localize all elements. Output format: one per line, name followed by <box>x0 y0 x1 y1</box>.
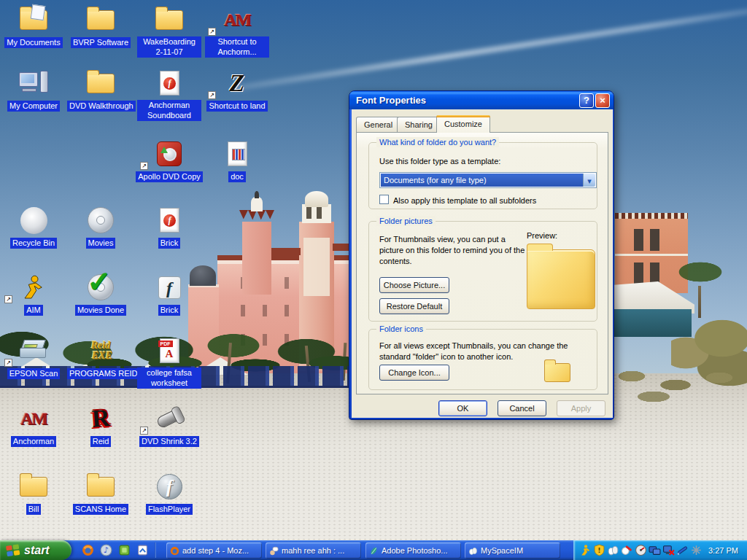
desktop-icon-shortcut-to-land[interactable]: Shortcut to land <box>204 68 271 112</box>
desktop: My Documents BVRP Software WakeBoarding … <box>0 0 747 560</box>
chevron-down-icon[interactable] <box>583 174 595 187</box>
change-icon-button[interactable]: Change Icon... <box>379 365 449 381</box>
desktop-icon-recycle-bin[interactable]: Recycle Bin <box>0 205 67 249</box>
icon-label: Anchorman <box>11 436 56 447</box>
icon-label: Shortcut to Anchorm... <box>205 36 269 58</box>
folder-icon <box>87 74 115 93</box>
desktop-icon-my-computer[interactable]: My Computer <box>0 68 67 112</box>
desktop-icon-movies-done[interactable]: Movies Done <box>67 272 134 316</box>
icon-label: My Documents <box>4 37 62 48</box>
desktop-icon-aim[interactable]: AIM <box>0 272 67 316</box>
help-button[interactable] <box>579 93 594 108</box>
groupbox-caption: Folder icons <box>376 324 426 334</box>
asterisk-icon[interactable] <box>690 544 703 556</box>
taskbar: start ♪ add step 4 - Moz... mahh ree ahh… <box>0 540 747 560</box>
desktop-icon-epson-scan[interactable]: EPSON Scan <box>0 335 67 379</box>
taskbar-task-myspaceim[interactable]: MySpaceIM <box>465 542 560 559</box>
taskbar-task-photoshop[interactable]: Adobe Photosho... <box>365 542 461 559</box>
folder-preview-icon <box>527 249 595 309</box>
groupbox-caption: Folder pictures <box>376 216 436 226</box>
desktop-icon-dvd-walkthrough[interactable]: DVD Walkthrough <box>67 68 134 112</box>
shortcut-arrow-icon <box>4 359 12 367</box>
folder-template-combobox[interactable]: Documents (for any file type) <box>379 172 597 188</box>
desktop-icon-doc[interactable]: doc <box>204 139 271 182</box>
firefox-icon[interactable] <box>82 544 94 556</box>
icon-label: EPSON Scan <box>7 368 61 379</box>
desktop-icon-scans-home[interactable]: SCANS Home <box>67 471 134 515</box>
apply-to-subfolders-checkbox[interactable] <box>379 195 389 204</box>
cancel-button[interactable]: Cancel <box>498 400 546 416</box>
network-computers-icon[interactable] <box>649 544 661 556</box>
desktop-icon-anchorman[interactable]: Anchorman <box>0 403 67 447</box>
flash-document-icon <box>160 71 179 96</box>
preview-label: Preview: <box>527 230 557 241</box>
desktop-icon-college-fafsa[interactable]: college fafsa worksheet <box>136 335 203 389</box>
desktop-icon-brick-doc[interactable]: Brick <box>136 205 203 249</box>
pdf-document-icon <box>160 338 179 363</box>
grunge-r-icon <box>90 404 110 433</box>
outlook-express-icon[interactable] <box>136 544 149 556</box>
icon-label: doc <box>228 171 246 182</box>
dvd-copy-icon <box>157 141 182 166</box>
am-logo-icon <box>20 409 47 429</box>
limewire-icon[interactable] <box>118 544 131 556</box>
icon-label: Anchorman Soundboard <box>137 100 201 121</box>
template-groupbox: What kind of folder do you want? Use thi… <box>368 142 597 209</box>
shortcut-arrow-icon <box>208 28 216 36</box>
icon-label: AIM <box>24 305 43 316</box>
tab-customize[interactable]: Customize <box>436 115 490 133</box>
network-disconnected-icon[interactable] <box>662 544 675 556</box>
tab-sharing[interactable]: Sharing <box>397 117 441 132</box>
dialog-titlebar[interactable]: Font Properties <box>349 91 614 109</box>
taskbar-task-firefox[interactable]: add step 4 - Moz... <box>166 542 262 559</box>
folder-pictures-groupbox: Folder pictures For Thumbnails view, you… <box>368 221 597 322</box>
myspace-hands-icon[interactable] <box>607 544 619 556</box>
desktop-icon-bill[interactable]: Bill <box>0 471 67 515</box>
desktop-icon-apollo-dvd-copy[interactable]: Apollo DVD Copy <box>136 139 203 182</box>
desktop-icon-reid[interactable]: Reid <box>67 403 134 447</box>
shortcut-arrow-icon <box>208 91 216 99</box>
my-computer-icon <box>19 71 48 96</box>
palm-canopy <box>660 252 740 295</box>
icon-label: My Computer <box>7 101 60 112</box>
groupbox-caption: What kind of folder do you want? <box>376 137 499 147</box>
desktop-icon-brick-installer[interactable]: Brick <box>136 272 203 316</box>
taskbar-clock[interactable]: 3:27 PM <box>708 546 738 555</box>
desktop-icon-flashplayer[interactable]: FlashPlayer <box>136 471 203 515</box>
icon-label: DVD Shrink 3.2 <box>139 436 199 447</box>
windows-logo-icon <box>6 544 20 557</box>
taskbar-divider <box>155 542 156 558</box>
film-scroll-icon <box>155 408 183 429</box>
aim-man-icon[interactable] <box>579 544 592 556</box>
desktop-icon-dvd-shrink[interactable]: DVD Shrink 3.2 <box>136 403 203 447</box>
icon-label: Bill <box>26 504 42 515</box>
desktop-icon-programs-reid[interactable]: PROGRAMS REID <box>67 335 134 379</box>
desktop-icon-wakeboarding[interactable]: WakeBoarding 2-11-07 <box>136 4 203 58</box>
desktop-icon-anchorman-soundboard[interactable]: Anchorman Soundboard <box>136 68 203 121</box>
shortcut-arrow-icon <box>4 295 12 303</box>
desktop-icon-movies[interactable]: Movies <box>67 205 134 249</box>
speed-gauge-icon[interactable] <box>635 544 647 556</box>
pen-tablet-icon[interactable] <box>676 544 689 556</box>
cd-checkmark-icon <box>88 274 114 300</box>
am-logo-icon <box>224 10 250 30</box>
start-button[interactable]: start <box>0 540 71 560</box>
grass-tufts <box>610 363 747 403</box>
taskbar-task-aim-chat[interactable]: mahh ree ahh : ... <box>266 542 361 559</box>
security-shield-icon[interactable]: ! <box>593 544 605 556</box>
icon-label: Movies Done <box>75 305 126 316</box>
desktop-icon-my-documents[interactable]: My Documents <box>0 4 67 48</box>
ok-button[interactable]: OK <box>438 400 487 416</box>
restore-default-button[interactable]: Restore Default <box>379 298 449 314</box>
apply-button[interactable]: Apply <box>557 400 605 416</box>
choose-picture-button[interactable]: Choose Picture... <box>379 277 449 293</box>
close-button[interactable] <box>595 93 610 108</box>
firefox-icon <box>170 546 179 556</box>
icon-label: Reid <box>90 436 112 447</box>
svg-text:♪: ♪ <box>104 545 109 555</box>
cleaning-tool-icon[interactable] <box>621 544 633 556</box>
desktop-icon-shortcut-anchorman[interactable]: Shortcut to Anchorm... <box>204 4 271 58</box>
itunes-icon[interactable]: ♪ <box>100 544 112 556</box>
tab-general[interactable]: General <box>356 117 400 132</box>
desktop-icon-bvrp-software[interactable]: BVRP Software <box>67 4 134 48</box>
